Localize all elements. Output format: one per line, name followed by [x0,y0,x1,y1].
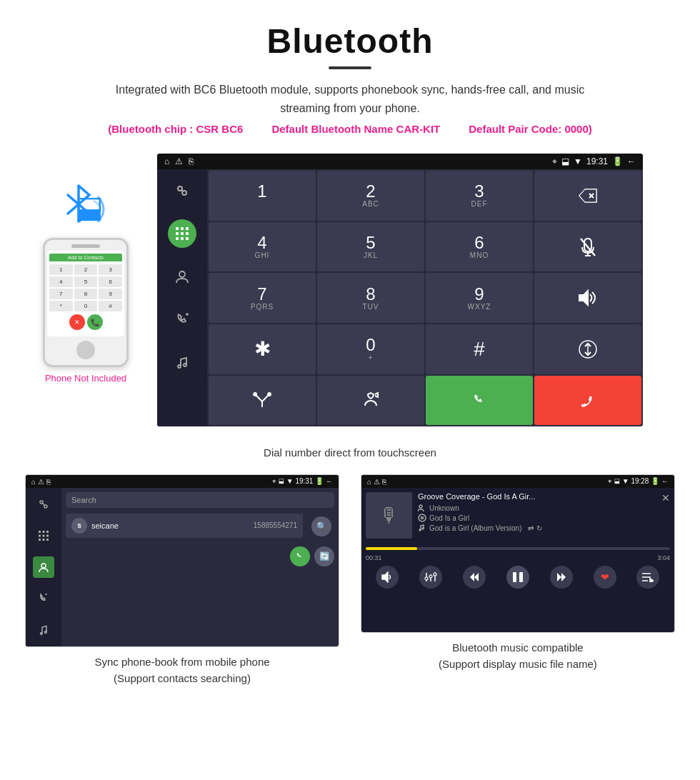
svg-point-23 [40,501,43,504]
phone-call-row: ✕ 📞 [49,314,122,330]
dial-key-5[interactable]: 5 JKL [317,222,424,272]
music-controls: ❤ [366,566,670,589]
music-next-btn[interactable] [550,566,573,589]
nav-contacts-icon[interactable] [168,262,196,291]
dial-key-end[interactable] [534,376,641,426]
battery-icon: 🔋 [612,156,623,166]
subtitle: Integrated with BC6 Bluetooth module, su… [100,81,600,117]
phone-key-3: 3 [99,264,122,275]
phone-key-9: 9 [99,289,122,299]
bluetooth-status-icon: ⬓ [561,156,569,166]
svg-rect-6 [176,232,179,235]
dial-key-merge[interactable] [209,376,316,426]
phone-screen-header: Add to Contacts [49,254,122,261]
phone-end-btn: ✕ [69,314,85,330]
dial-key-swap[interactable] [534,324,641,374]
nav-dialpad-icon[interactable] [168,219,196,248]
music-statusbar-left: ⌂ ⚠ ⎘ [367,478,386,486]
phone-key-star: * [49,301,73,311]
dial-key-7[interactable]: 7 PQRS [209,273,316,323]
music-statusbar-right: ⌖ ⬓ ▼ 19:28 🔋 ← [608,477,669,486]
music-progress-fill [366,547,417,550]
svg-rect-4 [181,227,184,230]
svg-rect-30 [43,535,45,537]
pb-nav-contacts[interactable] [33,556,54,578]
default-pair-label: Default Pair Code: 0000) [469,123,592,135]
nav-music-icon[interactable] [168,348,196,376]
music-meta-album: God Is a Girl [418,514,670,522]
music-equalizer-btn[interactable] [419,566,442,589]
pb-nav-dialpad[interactable] [33,525,54,546]
svg-point-22 [268,393,271,396]
dial-key-hash[interactable]: # [426,324,533,374]
music-screen: ⌂ ⚠ ⎘ ⌖ ⬓ ▼ 19:28 🔋 ← 🎙 Groove Coverage … [361,475,674,632]
svg-rect-27 [43,531,45,533]
dial-key-0[interactable]: 0 + [317,324,424,374]
pb-content: Search s seicane 15885554271 🔍 [26,488,339,646]
pb-contact-number: 15885554271 [254,521,297,529]
pb-refresh-button[interactable]: 🔄 [314,546,334,566]
repeat-icon[interactable]: ↻ [536,524,542,532]
music-volume-btn[interactable] [376,566,399,589]
page-title: Bluetooth [14,21,686,61]
nav-calls-icon[interactable] [168,305,196,334]
music-block: ⌂ ⚠ ⎘ ⌖ ⬓ ▼ 19:28 🔋 ← 🎙 Groove Coverage … [357,474,679,686]
phone-key-8: 8 [74,289,98,299]
dial-key-6[interactable]: 6 MNO [426,222,533,272]
svg-rect-26 [39,531,41,533]
warning-icon: ⚠ [175,156,183,166]
svg-marker-47 [470,573,474,581]
svg-point-24 [44,505,47,508]
dialpad-grid: 1 2 ABC 3 DEF [207,169,643,426]
svg-rect-34 [46,539,49,541]
pb-nav-calls[interactable] [33,588,54,609]
dial-key-9[interactable]: 9 WXYZ [426,273,533,323]
music-close-button[interactable]: ✕ [661,492,670,504]
statusbar-time: 19:31 [586,156,608,166]
music-progress-bar[interactable] [366,547,670,550]
dial-key-1[interactable]: 1 [209,171,316,221]
pb-search-bar[interactable]: Search [66,492,334,508]
music-prev-btn[interactable] [463,566,486,589]
dial-key-mute[interactable] [534,222,641,272]
dial-key-star[interactable]: ✱ [209,324,316,374]
phone-keypad: 1 2 3 4 5 6 7 8 9 * 0 # [49,264,122,311]
phone-key-5: 5 [74,276,98,287]
shuffle-icon[interactable]: ⇄ [528,524,534,532]
pb-contact-avatar: s [71,518,87,534]
music-play-btn[interactable] [506,566,529,589]
back-icon: ← [627,156,636,166]
dial-key-8[interactable]: 8 TUV [317,273,424,323]
svg-rect-33 [43,539,45,541]
pb-search-button[interactable]: 🔍 [311,516,331,536]
dial-key-call[interactable] [426,376,533,426]
dial-key-3[interactable]: 3 DEF [426,171,533,221]
pb-nav-music[interactable] [33,619,54,641]
pb-contact-row-wrapper: s seicane 15885554271 🔍 [66,512,334,541]
pb-action-btns: 🔄 [66,546,334,566]
nav-link-icon[interactable] [168,176,196,205]
svg-rect-49 [519,572,523,582]
dial-key-transfer[interactable] [317,376,424,426]
phonebook-screenshot: ⌂ ⚠ ⎘ ⌖ ⬓ ▼ 19:31 🔋 ← [25,474,339,647]
music-playlist-btn[interactable] [636,566,659,589]
svg-rect-8 [186,232,189,235]
dial-key-4[interactable]: 4 GHI [209,222,316,272]
music-meta-artist: Unknown [418,504,670,512]
dial-caption: Dial number direct from touchscreen [0,438,700,467]
music-content: 🎙 Groove Coverage - God Is A Gir... ✕ Un… [361,488,674,593]
pb-nav-link[interactable] [33,494,54,515]
music-favorite-btn[interactable]: ❤ [594,566,616,589]
location-icon: ⌖ [552,156,557,166]
statusbar-left: ⌂ ⚠ ⎘ [164,156,194,166]
pb-right-buttons: 🔍 [306,512,334,541]
pb-call-button[interactable] [290,546,310,566]
svg-rect-32 [39,539,41,541]
pb-main: Search s seicane 15885554271 🔍 [61,488,339,646]
dial-key-backspace[interactable] [534,171,641,221]
music-track-title: Groove Coverage - God Is A Gir... [418,492,535,501]
dial-key-volume[interactable] [534,273,641,323]
statusbar-right: ⌖ ⬓ ▼ 19:31 🔋 ← [552,156,636,166]
svg-rect-31 [46,535,49,537]
dial-key-2[interactable]: 2 ABC [317,171,424,221]
